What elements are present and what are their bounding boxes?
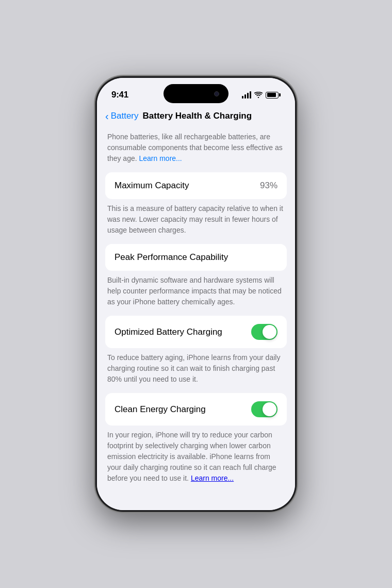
battery-icon <box>266 92 281 99</box>
clean-energy-toggle-knob <box>263 402 276 416</box>
max-capacity-label: Maximum Capacity <box>115 181 189 191</box>
page-title: Battery Health & Charging <box>143 111 252 121</box>
optimized-charging-label: Optimized Battery Charging <box>115 327 222 337</box>
max-capacity-value: 93% <box>260 181 277 191</box>
learn-more-link-1[interactable]: Learn more... <box>139 154 182 162</box>
phone-screen: 9:41 <box>97 78 295 510</box>
max-capacity-description: This is a measure of battery capacity re… <box>97 199 295 244</box>
maximum-capacity-card: Maximum Capacity 93% <box>105 172 287 199</box>
back-chevron-icon: ‹ <box>105 111 109 121</box>
dynamic-island <box>164 84 228 103</box>
peak-performance-card: Peak Performance Capability <box>105 244 287 271</box>
intro-description: Phone batteries, like all rechargeable b… <box>97 129 295 172</box>
optimized-charging-description: To reduce battery aging, iPhone learns f… <box>97 348 295 393</box>
peak-performance-row: Peak Performance Capability <box>115 252 277 263</box>
signal-icon <box>242 91 251 99</box>
camera-dot <box>214 91 219 96</box>
back-button[interactable]: ‹ Battery <box>105 109 139 123</box>
toggle-knob <box>263 325 276 339</box>
learn-more-link-2[interactable]: Learn more... <box>191 474 234 482</box>
nav-header: ‹ Battery Battery Health & Charging <box>97 105 295 129</box>
screen-content: ‹ Battery Battery Health & Charging Phon… <box>97 105 295 510</box>
status-icons <box>242 91 281 99</box>
back-label[interactable]: Battery <box>111 111 139 121</box>
optimized-charging-card[interactable]: Optimized Battery Charging <box>105 316 287 348</box>
max-capacity-row: Maximum Capacity 93% <box>115 181 277 191</box>
peak-performance-description: Built-in dynamic software and hardware s… <box>97 271 295 316</box>
clean-energy-toggle[interactable] <box>251 401 277 417</box>
peak-performance-label: Peak Performance Capability <box>115 252 228 263</box>
clean-energy-label: Clean Energy Charging <box>115 404 206 415</box>
status-time: 9:41 <box>111 90 128 100</box>
clean-energy-description: In your region, iPhone will try to reduc… <box>97 426 295 492</box>
clean-energy-row: Clean Energy Charging <box>115 401 277 417</box>
clean-energy-card[interactable]: Clean Energy Charging <box>105 393 287 426</box>
optimized-charging-toggle[interactable] <box>251 324 277 340</box>
phone-device: 9:41 <box>95 76 297 512</box>
wifi-icon <box>254 92 263 98</box>
optimized-charging-row: Optimized Battery Charging <box>115 324 277 340</box>
